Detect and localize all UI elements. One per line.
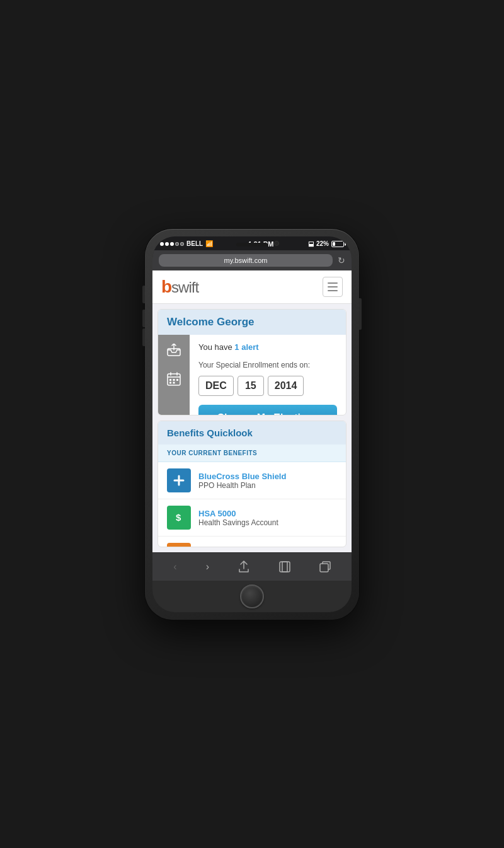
quicklook-header: Benefits Quicklook: [158, 421, 346, 444]
menu-button[interactable]: [323, 277, 343, 297]
svg-rect-4: [176, 379, 178, 381]
welcome-title: Welcome George: [167, 316, 337, 328]
battery-body: [331, 241, 344, 247]
svg-rect-6: [173, 381, 175, 383]
url-text: my.bswift.com: [224, 257, 268, 264]
menu-line-1: [328, 282, 338, 284]
share-button[interactable]: [233, 558, 255, 576]
hsa-name: HSA 5000: [198, 509, 278, 518]
bcbs-desc: PPO Health Plan: [198, 481, 286, 490]
hsa-desc: Health Savings Account: [198, 518, 278, 527]
signal-dot-5: [180, 242, 184, 246]
svg-text:$: $: [176, 512, 181, 523]
menu-line-3: [328, 290, 338, 291]
phone-frame: BELL 📶 4:21 PM ⬓ 22% my.bswift.com ↻: [145, 229, 359, 620]
phone-screen: BELL 📶 4:21 PM ⬓ 22% my.bswift.com ↻: [152, 236, 352, 612]
refresh-button[interactable]: ↻: [338, 255, 345, 265]
welcome-body: You have 1 alert Your Special Enrollment…: [158, 335, 346, 416]
inbox-icon: [167, 344, 181, 359]
url-bar[interactable]: my.bswift.com: [159, 254, 333, 267]
bcbs-icon: [167, 468, 191, 492]
status-left: BELL 📶: [160, 240, 213, 247]
quicklook-card: Benefits Quicklook YOUR CURRENT BENEFITS…: [158, 421, 346, 547]
wifi-icon: 📶: [205, 240, 213, 247]
bcbs-info: BlueCross Blue Shield PPO Health Plan: [198, 472, 286, 490]
hsa-info: HSA 5000 Health Savings Account: [198, 509, 278, 527]
benefit-item-hsa[interactable]: $ HSA 5000 Health Savings Account: [158, 499, 346, 537]
svg-rect-3: [173, 379, 175, 381]
welcome-sidebar: [158, 335, 190, 416]
logo-b: b: [161, 277, 171, 296]
current-benefits-label: YOUR CURRENT BENEFITS: [158, 444, 346, 462]
app-header: bswift: [152, 270, 352, 304]
browser-bottom-nav: ‹ ›: [152, 552, 352, 581]
welcome-header: Welcome George: [158, 310, 346, 335]
benefit-item-bcbs[interactable]: BlueCross Blue Shield PPO Health Plan: [158, 462, 346, 499]
status-right: ⬓ 22%: [308, 240, 344, 247]
svg-rect-2: [169, 379, 171, 381]
logo-swift: swift: [171, 279, 198, 296]
alert-text: You have: [198, 342, 234, 352]
enrollment-label: Your Special Enrollment ends on:: [198, 361, 337, 369]
svg-rect-8: [280, 562, 290, 572]
scroll-area: Welcome George: [152, 304, 352, 552]
dental-info: Delta Dental Dental Plan: [198, 546, 246, 547]
menu-line-2: [328, 286, 338, 288]
app-logo: bswift: [161, 277, 198, 297]
svg-rect-5: [169, 381, 171, 383]
home-button[interactable]: [240, 584, 264, 608]
battery-indicator: [331, 241, 344, 247]
web-content: bswift Welcome George: [152, 270, 352, 552]
dental-icon: [167, 543, 191, 547]
carrier-label: BELL: [186, 240, 203, 247]
back-button[interactable]: ‹: [168, 559, 181, 575]
welcome-card: Welcome George: [158, 309, 346, 416]
browser-bar: my.bswift.com ↻: [152, 250, 352, 270]
battery-percent: 22%: [316, 240, 329, 247]
bcbs-name: BlueCross Blue Shield: [198, 472, 286, 481]
speaker: [236, 243, 268, 247]
welcome-content: You have 1 alert Your Special Enrollment…: [190, 335, 346, 416]
battery-fill: [333, 242, 335, 246]
quicklook-title: Benefits Quicklook: [167, 427, 337, 438]
alert-link[interactable]: 1 alert: [234, 342, 258, 352]
bookmarks-button[interactable]: [274, 558, 295, 576]
signal-dot-4: [175, 242, 179, 246]
date-month: DEC: [198, 376, 234, 396]
dental-name: Delta Dental: [198, 546, 246, 547]
signal-dots: [160, 242, 184, 246]
tabs-button[interactable]: [314, 559, 336, 575]
signal-dot-2: [165, 242, 169, 246]
signal-dot-1: [160, 242, 164, 246]
bluetooth-icon: ⬓: [308, 240, 314, 247]
hsa-icon: $: [167, 506, 191, 530]
change-elections-button[interactable]: Change My Elections: [198, 405, 337, 416]
signal-dot-3: [170, 242, 174, 246]
camera: [274, 241, 279, 246]
alert-row: You have 1 alert: [198, 342, 337, 352]
svg-rect-9: [282, 562, 287, 572]
date-year: 2014: [268, 376, 304, 396]
forward-button[interactable]: ›: [201, 559, 214, 575]
svg-rect-10: [320, 564, 328, 572]
calendar-icon: [167, 372, 181, 389]
home-button-area: [152, 581, 352, 612]
date-boxes: DEC 15 2014: [198, 376, 337, 396]
date-day: 15: [238, 376, 264, 396]
benefit-item-dental[interactable]: Delta Dental Dental Plan: [158, 537, 346, 547]
